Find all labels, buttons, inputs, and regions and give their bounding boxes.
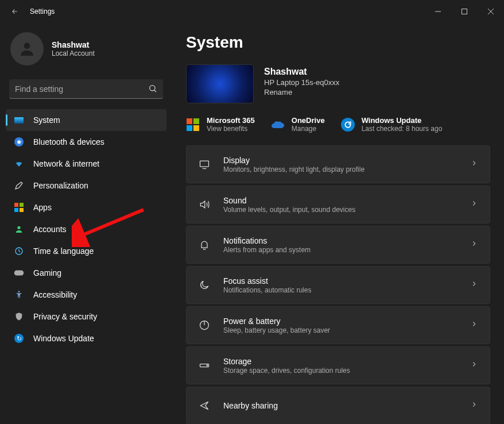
- titlebar: Settings: [0, 0, 504, 23]
- chevron-right-icon: [470, 320, 478, 330]
- card-nearby-sharing[interactable]: Nearby sharing: [186, 387, 490, 424]
- card-sub: Sleep, battery usage, battery saver: [223, 326, 458, 334]
- search-input[interactable]: [9, 79, 163, 99]
- service-title: Microsoft 365: [207, 116, 255, 125]
- sidebar-item-label: Bluetooth & devices: [33, 137, 104, 147]
- update-icon: ↻: [14, 333, 24, 344]
- search-wrap: [9, 79, 163, 99]
- card-sound[interactable]: Sound Volume levels, output, input, soun…: [186, 186, 490, 223]
- sidebar-item-label: Accounts: [33, 225, 67, 234]
- sidebar-item-gaming[interactable]: Gaming: [6, 262, 166, 284]
- brush-icon: [14, 180, 24, 191]
- card-power[interactable]: Power & battery Sleep, battery usage, ba…: [186, 306, 490, 344]
- card-title: Display: [223, 156, 458, 165]
- storage-icon: [198, 360, 211, 371]
- moon-icon: [198, 279, 211, 291]
- sidebar-item-bluetooth[interactable]: ✱ Bluetooth & devices: [6, 131, 166, 153]
- svg-rect-11: [200, 161, 209, 167]
- svg-rect-9: [14, 271, 24, 276]
- device-model: HP Laptop 15s-eq0xxx: [264, 78, 339, 87]
- profile-block[interactable]: Shashwat Local Account: [6, 28, 166, 70]
- wifi-icon: [14, 159, 24, 169]
- card-title: Notifications: [223, 236, 458, 245]
- shield-icon: [14, 311, 24, 322]
- svg-rect-1: [462, 9, 467, 14]
- card-display[interactable]: Display Monitors, brightness, night ligh…: [186, 145, 490, 183]
- page-title: System: [186, 33, 490, 52]
- service-onedrive[interactable]: OneDrive Manage: [271, 116, 325, 133]
- sidebar-item-label: Windows Update: [33, 334, 94, 343]
- display-icon: [198, 159, 211, 170]
- sidebar-item-network[interactable]: Network & internet: [6, 153, 166, 175]
- back-button[interactable]: [7, 3, 23, 20]
- svg-point-10: [18, 291, 20, 292]
- chevron-right-icon: [470, 240, 478, 250]
- bell-icon: [198, 239, 211, 250]
- card-notifications[interactable]: Notifications Alerts from apps and syste…: [186, 226, 490, 264]
- bluetooth-icon: ✱: [14, 137, 24, 147]
- chevron-right-icon: [470, 400, 478, 411]
- sidebar-item-time[interactable]: Time & language: [6, 240, 166, 262]
- card-title: Focus assist: [223, 276, 458, 286]
- sidebar-item-label: Network & internet: [33, 159, 99, 168]
- card-title: Power & battery: [223, 317, 458, 326]
- card-sub: Notifications, automatic rules: [223, 286, 458, 294]
- service-sub: Last checked: 8 hours ago: [362, 125, 443, 133]
- nav-list: System ✱ Bluetooth & devices Network & i…: [6, 109, 166, 349]
- sidebar-item-privacy[interactable]: Privacy & security: [6, 306, 166, 327]
- avatar: [10, 32, 44, 65]
- share-icon: [198, 400, 211, 411]
- sidebar-item-label: Time & language: [33, 246, 94, 256]
- system-icon: [14, 115, 24, 125]
- close-button[interactable]: [478, 2, 504, 21]
- power-icon: [198, 319, 211, 331]
- profile-name: Shashwat: [52, 40, 95, 49]
- sidebar-item-label: Personalization: [33, 181, 88, 190]
- svg-point-7: [17, 226, 20, 229]
- sidebar-item-update[interactable]: ↻ Windows Update: [6, 327, 166, 349]
- chevron-right-icon: [470, 280, 478, 290]
- service-ms365[interactable]: Microsoft 365 View benefits: [186, 116, 255, 133]
- chevron-right-icon: [470, 159, 478, 169]
- rename-link[interactable]: Rename: [264, 88, 339, 97]
- sidebar-item-system[interactable]: System: [6, 109, 166, 131]
- sidebar: Shashwat Local Account System ✱ Bluetoot…: [0, 23, 172, 424]
- chevron-right-icon: [470, 360, 478, 371]
- sidebar-item-accessibility[interactable]: Accessibility: [6, 284, 166, 306]
- gamepad-icon: [14, 268, 24, 278]
- main-content: System Shashwat HP Laptop 15s-eq0xxx Ren…: [172, 23, 504, 424]
- svg-point-16: [207, 365, 208, 366]
- sidebar-item-personalization[interactable]: Personalization: [6, 175, 166, 196]
- sidebar-item-label: Privacy & security: [33, 312, 97, 321]
- card-focus-assist[interactable]: Focus assist Notifications, automatic ru…: [186, 266, 490, 304]
- service-sub: View benefits: [207, 125, 255, 133]
- sidebar-item-label: Apps: [33, 203, 52, 212]
- service-title: Windows Update: [362, 116, 443, 125]
- settings-card-list: Display Monitors, brightness, night ligh…: [186, 145, 490, 424]
- card-sub: Alerts from apps and system: [223, 246, 458, 254]
- sidebar-item-accounts[interactable]: Accounts: [6, 218, 166, 240]
- card-title: Storage: [223, 357, 458, 366]
- card-title: Sound: [223, 196, 458, 205]
- device-thumbnail[interactable]: [186, 64, 254, 103]
- apps-icon: [14, 202, 24, 213]
- service-sub: Manage: [292, 125, 325, 133]
- device-row: Shashwat HP Laptop 15s-eq0xxx Rename: [186, 64, 490, 103]
- card-sub: Monitors, brightness, night light, displ…: [223, 165, 458, 174]
- accessibility-icon: [14, 290, 24, 300]
- service-windows-update[interactable]: Windows Update Last checked: 8 hours ago: [341, 116, 443, 133]
- onedrive-icon: [271, 118, 285, 132]
- maximize-button[interactable]: [451, 2, 478, 21]
- card-title: Nearby sharing: [223, 401, 458, 410]
- sound-icon: [198, 199, 211, 210]
- sidebar-item-label: Accessibility: [33, 290, 77, 299]
- person-icon: [14, 224, 24, 234]
- sidebar-item-label: Gaming: [33, 268, 61, 277]
- chevron-right-icon: [470, 199, 478, 210]
- minimize-button[interactable]: [425, 2, 451, 21]
- sidebar-item-apps[interactable]: Apps: [6, 196, 166, 218]
- card-sub: Storage space, drives, configuration rul…: [223, 367, 458, 375]
- window-title: Settings: [30, 7, 55, 16]
- card-storage[interactable]: Storage Storage space, drives, configura…: [186, 346, 490, 384]
- card-sub: Volume levels, output, input, sound devi…: [223, 206, 458, 214]
